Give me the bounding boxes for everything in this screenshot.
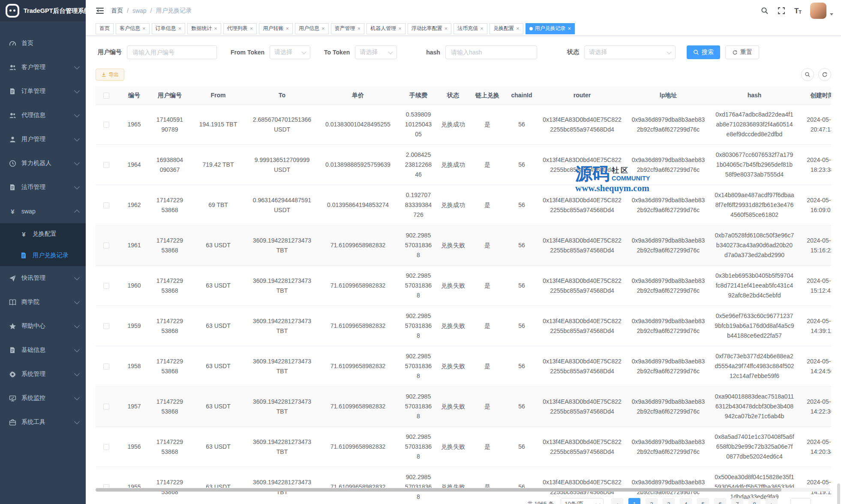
tab-close-icon[interactable]: × xyxy=(285,26,289,31)
user-id-input[interactable] xyxy=(127,45,217,59)
sidebar-item-法币管理[interactable]: 法币管理 xyxy=(0,175,86,199)
cell-status: 兑换失败 xyxy=(437,306,469,346)
sidebar-item-用户兑换记录[interactable]: 用户兑换记录 xyxy=(0,245,86,266)
sidebar-item-算力机器人[interactable]: 算力机器人 xyxy=(0,151,86,175)
sidebar-item-基础信息[interactable]: 基础信息 xyxy=(0,338,86,362)
sidebar-item-订单管理[interactable]: 订单管理 xyxy=(0,79,86,103)
row-checkbox[interactable] xyxy=(103,323,109,329)
page-jump-input[interactable] xyxy=(790,498,811,504)
row-checkbox[interactable] xyxy=(103,243,109,249)
next-page-button[interactable]: › xyxy=(766,498,778,504)
breadcrumb-section[interactable]: swap xyxy=(132,7,147,14)
vertical-scrollbar-thumb[interactable] xyxy=(837,483,840,504)
row-checkbox[interactable] xyxy=(103,162,109,168)
status-select[interactable]: 请选择 xyxy=(584,45,676,59)
cell-hash: 0xb7a0528fd6108c50f3e96c7b340273ca43a90d… xyxy=(710,225,799,266)
row-checkbox[interactable] xyxy=(103,202,109,208)
reset-button[interactable]: 重置 xyxy=(725,45,759,59)
cell-onchain: 是 xyxy=(469,467,505,504)
page-button-3[interactable]: 3 xyxy=(663,498,675,504)
tab-close-icon[interactable]: × xyxy=(178,26,182,31)
tab-close-icon[interactable]: × xyxy=(142,26,146,31)
tab-close-icon[interactable]: × xyxy=(398,26,402,31)
cell-status: 兑换失败 xyxy=(437,346,469,387)
page-size-select[interactable]: 10条/页 xyxy=(561,498,604,504)
tab-close-icon[interactable]: × xyxy=(214,26,217,31)
breadcrumb-home[interactable]: 首页 xyxy=(111,7,123,15)
column-header: chainId xyxy=(505,87,538,105)
sidebar-collapse-icon[interactable] xyxy=(96,6,104,15)
tab-用户兑换记录[interactable]: 用户兑换记录× xyxy=(526,23,575,34)
tab-close-icon[interactable]: × xyxy=(480,26,484,31)
row-checkbox[interactable] xyxy=(103,444,109,450)
tab-兑换配置[interactable]: 兑换配置× xyxy=(490,23,523,34)
chevron-up-icon xyxy=(74,210,80,215)
refresh-button[interactable] xyxy=(818,68,831,81)
chevron-down-icon xyxy=(74,395,80,400)
chevron-down-icon xyxy=(74,347,80,352)
sidebar-item-兑换配置[interactable]: ¥兑换配置 xyxy=(0,223,86,245)
page-button-2[interactable]: 2 xyxy=(646,498,658,504)
row-checkbox[interactable] xyxy=(103,404,109,410)
search-icon[interactable] xyxy=(761,7,769,15)
tab-机器人管理[interactable]: 机器人管理× xyxy=(366,23,405,34)
tab-订单信息[interactable]: 订单信息× xyxy=(152,23,186,34)
sidebar-item-用户管理[interactable]: 用户管理 xyxy=(0,127,86,151)
chevron-down-icon[interactable] xyxy=(830,13,833,15)
from-token-select[interactable]: 请选择 xyxy=(270,45,310,59)
sidebar-item-系统管理[interactable]: 系统管理 xyxy=(0,362,86,386)
search-button[interactable]: 搜索 xyxy=(687,45,720,59)
tab-资产管理[interactable]: 资产管理× xyxy=(331,23,365,34)
prev-page-button[interactable]: ‹ xyxy=(611,498,623,504)
tab-代理列表[interactable]: 代理列表× xyxy=(223,23,257,34)
cell-lp: 0x9a36d8979dba8b3aeb832b92cf9a6f627299d7… xyxy=(626,306,710,346)
export-button[interactable]: 导出 xyxy=(96,69,124,81)
tab-法币充值[interactable]: 法币充值× xyxy=(454,23,487,34)
sidebar-item-快讯管理[interactable]: 快讯管理 xyxy=(0,266,86,290)
column-header: 链上兑换 xyxy=(469,87,505,105)
sidebar-item-首页[interactable]: 首页 xyxy=(0,31,86,55)
page-button-8[interactable]: 8 xyxy=(748,498,760,504)
fullscreen-icon[interactable] xyxy=(778,7,786,15)
page-button-6[interactable]: 6 xyxy=(714,498,726,504)
avatar[interactable] xyxy=(810,3,826,19)
page-button-4[interactable]: 4 xyxy=(680,498,692,504)
tab-首页[interactable]: 首页 xyxy=(96,23,114,34)
tab-数据统计[interactable]: 数据统计× xyxy=(187,23,221,34)
sidebar-item-swap[interactable]: ¥swap xyxy=(0,199,86,223)
tab-label: 兑换配置 xyxy=(493,25,514,32)
hash-input[interactable] xyxy=(445,45,537,59)
tab-close-icon[interactable]: × xyxy=(568,26,571,31)
tab-close-icon[interactable]: × xyxy=(516,26,520,31)
cell-user_id: 1714722953868 xyxy=(151,387,188,427)
tab-用户信息[interactable]: 用户信息× xyxy=(295,23,329,34)
tab-close-icon[interactable]: × xyxy=(321,26,325,31)
tab-浮动比率配置[interactable]: 浮动比率配置× xyxy=(408,23,452,34)
tab-close-icon[interactable]: × xyxy=(445,26,448,31)
page-button-5[interactable]: 5 xyxy=(697,498,709,504)
font-size-icon[interactable]: TT xyxy=(794,7,802,15)
sidebar-item-帮助中心[interactable]: 帮助中心 xyxy=(0,314,86,338)
top-navbar: 首页 / swap / 用户兑换记录 TT xyxy=(86,0,841,21)
table-row: 19651714059190789194.1915 TBT2.685670470… xyxy=(96,105,831,145)
page-button-7[interactable]: 7 xyxy=(731,498,743,504)
sidebar-item-系统工具[interactable]: 系统工具 xyxy=(0,410,86,434)
tab-客户信息[interactable]: 客户信息× xyxy=(116,23,150,34)
to-token-select[interactable]: 请选择 xyxy=(355,45,397,59)
sidebar-item-系统监控[interactable]: 系统监控 xyxy=(0,386,86,410)
row-checkbox[interactable] xyxy=(103,363,109,369)
tab-close-icon[interactable]: × xyxy=(250,26,253,31)
cell-price: 71.61099658982832 xyxy=(316,387,400,427)
sidebar-item-商学院[interactable]: 商学院 xyxy=(0,290,86,314)
page-button-1[interactable]: 1 xyxy=(628,498,640,504)
sidebar-item-客户管理[interactable]: 客户管理 xyxy=(0,55,86,79)
tab-用户转账[interactable]: 用户转账× xyxy=(259,23,293,34)
cell-router: 0x13f4EA83D0bd40E75C8222255bc855a974568D… xyxy=(538,427,626,467)
sidebar-item-代理信息[interactable]: 代理信息 xyxy=(0,103,86,127)
row-checkbox[interactable] xyxy=(103,122,109,128)
search-toggle-button[interactable] xyxy=(801,68,814,81)
horizontal-scrollbar-thumb[interactable] xyxy=(96,488,781,492)
tab-close-icon[interactable]: × xyxy=(357,26,361,31)
row-checkbox[interactable] xyxy=(103,283,109,289)
select-all-checkbox[interactable] xyxy=(103,93,109,99)
